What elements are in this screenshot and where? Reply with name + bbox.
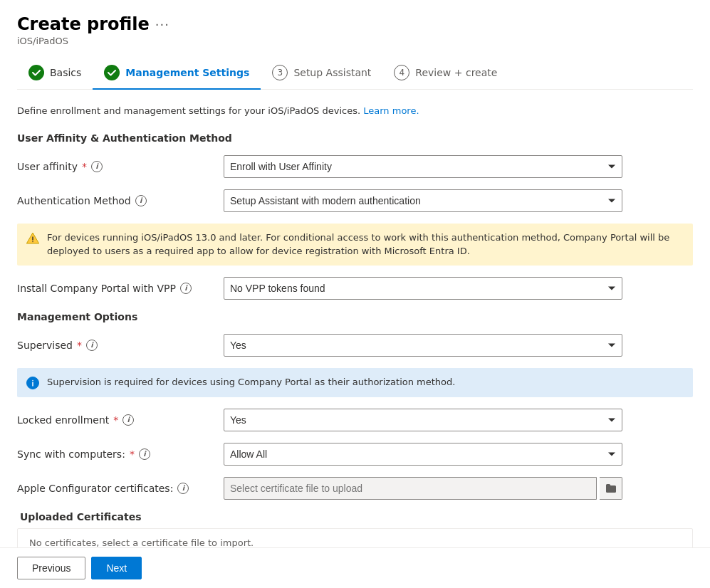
apple-configurator-certs-info-icon[interactable]: i — [177, 483, 189, 494]
sync-computers-control: Allow All Deny All — [224, 443, 622, 466]
locked-enrollment-label: Locked enrollment * i — [17, 414, 224, 426]
locked-enrollment-control: Yes No — [224, 409, 622, 431]
step-circle-review: 4 — [394, 65, 409, 80]
install-cp-select[interactable]: No VPP tokens found — [224, 277, 622, 300]
user-affinity-select-wrapper: Enroll with User Affinity Enroll without… — [224, 155, 622, 178]
supervised-label-text: Supervised — [17, 340, 73, 351]
management-options-section-heading: Management Options — [17, 311, 693, 322]
step-label-management: Management Settings — [125, 67, 249, 78]
supervised-label: Supervised * i — [17, 340, 224, 351]
locked-enrollment-row: Locked enrollment * i Yes No — [17, 409, 693, 431]
description-text: Define enrollment and management setting… — [17, 104, 693, 118]
cert-browse-button[interactable] — [600, 477, 622, 500]
svg-point-0 — [32, 241, 33, 242]
folder-icon — [605, 483, 617, 494]
supervised-control: Yes No — [224, 334, 622, 357]
install-cp-label-text: Install Company Portal with VPP — [17, 283, 176, 294]
sync-computers-label-text: Sync with computers: — [17, 448, 125, 460]
user-affinity-required: * — [82, 161, 87, 172]
install-cp-label: Install Company Portal with VPP i — [17, 283, 224, 294]
install-cp-info-icon[interactable]: i — [180, 283, 192, 294]
user-affinity-select[interactable]: Enroll with User Affinity Enroll without… — [224, 155, 622, 178]
wizard-step-setup-assistant[interactable]: 3 Setup Assistant — [261, 58, 382, 89]
user-affinity-row: User affinity * i Enroll with User Affin… — [17, 155, 693, 178]
locked-enrollment-select-wrapper: Yes No — [224, 409, 622, 431]
uploaded-certs-heading: Uploaded Certificates — [17, 511, 693, 523]
next-button[interactable]: Next — [91, 557, 142, 579]
no-certs-text: No certificates, select a certificate fi… — [29, 537, 681, 548]
wizard-step-review-create[interactable]: 4 Review + create — [382, 58, 508, 89]
page-header: Create profile ··· — [17, 14, 693, 34]
apple-configurator-certs-label: Apple Configurator certificates: i — [17, 483, 224, 494]
install-company-portal-row: Install Company Portal with VPP i No VPP… — [17, 277, 693, 300]
auth-method-info-icon[interactable]: i — [135, 195, 147, 206]
step-label-setup: Setup Assistant — [293, 67, 371, 78]
step-check-management — [104, 65, 120, 80]
supervised-info-icon[interactable]: i — [86, 340, 98, 351]
supervised-select-wrapper: Yes No — [224, 334, 622, 357]
step-circle-setup: 3 — [272, 65, 288, 80]
step-label-review: Review + create — [415, 67, 497, 78]
supervised-required: * — [77, 340, 82, 351]
warning-text: For devices running iOS/iPadOS 13.0 and … — [47, 231, 684, 258]
auth-method-warning: For devices running iOS/iPadOS 13.0 and … — [17, 224, 693, 266]
user-affinity-label-text: User affinity — [17, 161, 78, 172]
previous-button[interactable]: Previous — [17, 557, 85, 579]
user-affinity-info-icon[interactable]: i — [91, 161, 103, 172]
wizard-steps: Basics Management Settings 3 Setup Assis… — [17, 58, 693, 90]
locked-enrollment-required: * — [113, 414, 118, 426]
apple-configurator-certs-label-text: Apple Configurator certificates: — [17, 483, 173, 494]
sync-computers-label: Sync with computers: * i — [17, 448, 224, 460]
locked-enrollment-label-text: Locked enrollment — [17, 414, 109, 426]
auth-method-control: Setup Assistant with modern authenticati… — [224, 189, 622, 212]
apple-configurator-certs-control — [224, 477, 622, 500]
wizard-step-management-settings[interactable]: Management Settings — [93, 58, 261, 89]
supervised-row: Supervised * i Yes No — [17, 334, 693, 357]
supervision-info-alert: Supervision is required for devices usin… — [17, 368, 693, 397]
auth-method-row: Authentication Method i Setup Assistant … — [17, 189, 693, 212]
page-subtitle: iOS/iPadOS — [17, 36, 693, 46]
cert-upload-wrapper — [224, 477, 622, 500]
step-number-review: 4 — [400, 68, 405, 78]
locked-enrollment-select[interactable]: Yes No — [224, 409, 622, 431]
info-circle-icon — [26, 376, 40, 390]
cert-file-input[interactable] — [224, 477, 597, 500]
svg-point-2 — [32, 379, 33, 381]
wizard-step-basics[interactable]: Basics — [17, 58, 93, 89]
auth-method-select-wrapper: Setup Assistant with modern authenticati… — [224, 189, 622, 212]
supervision-info-text: Supervision is required for devices usin… — [47, 375, 455, 389]
install-cp-select-wrapper: No VPP tokens found — [224, 277, 622, 300]
auth-method-select[interactable]: Setup Assistant with modern authenticati… — [224, 189, 622, 212]
page-title: Create profile — [17, 14, 150, 34]
user-affinity-control: Enroll with User Affinity Enroll without… — [224, 155, 622, 178]
bottom-nav: Previous Next — [0, 547, 710, 588]
sync-computers-required: * — [130, 448, 135, 460]
sync-computers-select-wrapper: Allow All Deny All — [224, 443, 622, 466]
step-number-setup: 3 — [278, 68, 283, 78]
warning-icon — [26, 231, 40, 246]
apple-configurator-certs-row: Apple Configurator certificates: i — [17, 477, 693, 500]
supervised-select[interactable]: Yes No — [224, 334, 622, 357]
locked-enrollment-info-icon[interactable]: i — [122, 414, 134, 426]
auth-method-label-text: Authentication Method — [17, 195, 131, 206]
install-cp-control: No VPP tokens found — [224, 277, 622, 300]
sync-computers-info-icon[interactable]: i — [139, 448, 150, 460]
step-label-basics: Basics — [50, 67, 81, 78]
step-check-basics — [28, 65, 44, 80]
sync-computers-select[interactable]: Allow All Deny All — [224, 443, 622, 466]
user-affinity-section-heading: User Affinity & Authentication Method — [17, 132, 693, 144]
auth-method-label: Authentication Method i — [17, 195, 224, 206]
user-affinity-label: User affinity * i — [17, 161, 224, 172]
learn-more-link[interactable]: Learn more. — [363, 105, 419, 116]
sync-computers-row: Sync with computers: * i Allow All Deny … — [17, 443, 693, 466]
more-options-icon[interactable]: ··· — [155, 17, 169, 32]
